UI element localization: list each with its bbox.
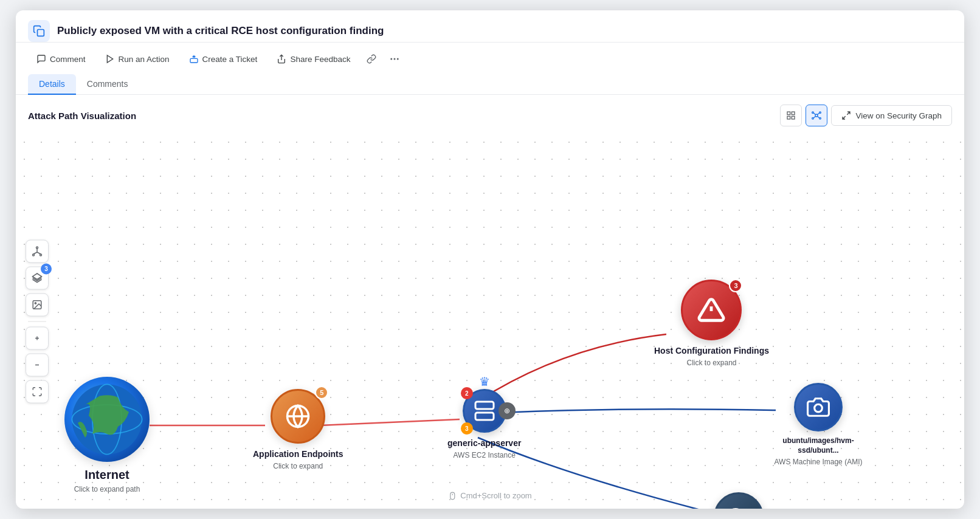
hierarchy-tool[interactable]: [26, 239, 49, 263]
link-icon: [367, 54, 376, 64]
share-feedback-button[interactable]: Share Feedback: [268, 50, 359, 68]
aws-account-node[interactable]: AWS Demo Scenarios 2 AWS Account: [691, 492, 786, 509]
mouse-icon: [448, 492, 457, 500]
svg-rect-2: [190, 58, 198, 63]
svg-point-12: [812, 112, 814, 114]
svg-point-45: [815, 404, 823, 412]
svg-rect-7: [787, 112, 790, 115]
svg-line-26: [33, 252, 37, 254]
link-button[interactable]: [361, 49, 382, 69]
main-window: Publicly exposed VM with a critical RCE …: [16, 10, 964, 509]
graph-view-button[interactable]: [806, 105, 827, 126]
more-options-button[interactable]: [384, 49, 405, 69]
layers-icon: [32, 272, 43, 283]
tab-details-label: Details: [39, 79, 65, 89]
grid-icon: [786, 111, 796, 120]
svg-point-30: [35, 302, 36, 303]
graph-header: Attack Path Visualization: [16, 95, 964, 134]
server-circle: 2 3 ⊕: [463, 389, 506, 433]
svg-point-15: [820, 117, 821, 119]
ami-sublabel: AWS Machine Image (AMI): [775, 458, 863, 466]
svg-point-24: [40, 254, 42, 256]
host-config-node[interactable]: 3 Host Configuration Findings Click to e…: [654, 280, 769, 367]
crown-icon: ♛: [479, 374, 490, 389]
server-icon: [474, 400, 495, 422]
svg-point-14: [812, 117, 814, 119]
comment-button[interactable]: Comment: [28, 50, 94, 68]
svg-rect-39: [475, 402, 494, 409]
app-endpoints-badge: 5: [315, 386, 328, 399]
ami-circle: [794, 383, 843, 431]
zoom-in-tool[interactable]: [26, 326, 49, 349]
svg-rect-9: [787, 116, 790, 119]
more-icon: [389, 53, 400, 64]
graph-header-actions: View on Security Graph: [780, 105, 952, 126]
svg-point-23: [33, 254, 35, 256]
aws-circle: [714, 492, 764, 509]
image-icon: [32, 299, 43, 310]
share-icon: [277, 54, 286, 64]
svg-rect-0: [38, 30, 44, 36]
create-ticket-button[interactable]: Create a Ticket: [181, 50, 266, 68]
svg-point-13: [820, 112, 821, 114]
expand-icon: [841, 111, 851, 120]
zoom-out-icon: [32, 359, 43, 370]
ami-node[interactable]: ubuntu/images/hvm-ssd/ubunt... AWS Machi…: [770, 383, 867, 466]
fit-tool[interactable]: [26, 380, 49, 403]
view-security-graph-button[interactable]: View on Security Graph: [831, 105, 952, 126]
layers-tool[interactable]: 3: [26, 266, 49, 289]
graph-canvas[interactable]: 3: [16, 134, 964, 509]
app-endpoints-sublabel: Click to expand: [273, 462, 323, 470]
tab-details[interactable]: Details: [28, 74, 76, 95]
internet-sublabel: Click to expand path: [74, 485, 140, 493]
comment-label: Comment: [50, 55, 86, 64]
run-action-label: Run an Action: [119, 55, 170, 64]
svg-point-4: [391, 58, 393, 60]
cloud-icon: [726, 505, 751, 509]
svg-rect-40: [475, 413, 494, 420]
svg-point-6: [397, 58, 399, 60]
sidebar-divider-1: [28, 321, 46, 321]
camera-icon: [807, 396, 830, 419]
host-config-sublabel: Click to expand: [686, 359, 736, 367]
tabs: Details Comments: [16, 69, 964, 95]
app-endpoints-label: Application Endpoints: [253, 449, 343, 459]
app-endpoints-node[interactable]: 5 Application Endpoints Click to expand: [253, 389, 343, 470]
svg-line-19: [818, 116, 820, 118]
graph-panel: Attack Path Visualization: [16, 95, 964, 509]
layers-badge: 3: [41, 263, 52, 274]
grid-view-button[interactable]: [780, 105, 802, 126]
header: Publicly exposed VM with a critical RCE …: [16, 10, 964, 43]
svg-line-16: [814, 113, 816, 115]
server-badge-red: 2: [461, 387, 473, 399]
zoom-in-icon: [32, 332, 43, 343]
tab-comments[interactable]: Comments: [76, 74, 139, 95]
host-config-badge: 3: [729, 279, 742, 292]
zoom-hint-label: Cmd+Scroll to zoom: [460, 491, 531, 500]
ami-label: ubuntu/images/hvm-ssd/ubunt...: [770, 436, 867, 455]
server-node[interactable]: ♛ 2 3 ⊕ generic-appserver AWS EC2 Instan…: [447, 389, 521, 459]
zoom-out-tool[interactable]: [26, 353, 49, 376]
hierarchy-icon: [32, 246, 43, 256]
earth-svg: [71, 383, 143, 456]
internet-label: Internet: [85, 467, 129, 483]
run-action-button[interactable]: Run an Action: [97, 50, 178, 68]
toolbar: Comment Run an Action Create a Ticket Sh…: [16, 43, 964, 69]
ticket-icon: [189, 54, 199, 64]
server-badge-orange: 3: [461, 422, 473, 435]
create-ticket-label: Create a Ticket: [202, 55, 258, 64]
svg-rect-8: [792, 112, 795, 115]
target-overlay: ⊕: [499, 402, 516, 419]
server-label: generic-appserver: [447, 438, 521, 449]
svg-line-27: [37, 252, 41, 254]
svg-point-5: [394, 58, 396, 60]
internet-node[interactable]: Internet Click to expand path: [64, 377, 150, 493]
internet-circle: [64, 377, 150, 462]
tab-comments-label: Comments: [87, 79, 128, 89]
svg-point-22: [36, 247, 38, 249]
server-sublabel: AWS EC2 Instance: [454, 451, 516, 459]
globe-icon: [285, 404, 311, 429]
image-tool[interactable]: [26, 293, 49, 316]
svg-rect-46: [450, 492, 455, 500]
comment-icon: [36, 54, 46, 64]
